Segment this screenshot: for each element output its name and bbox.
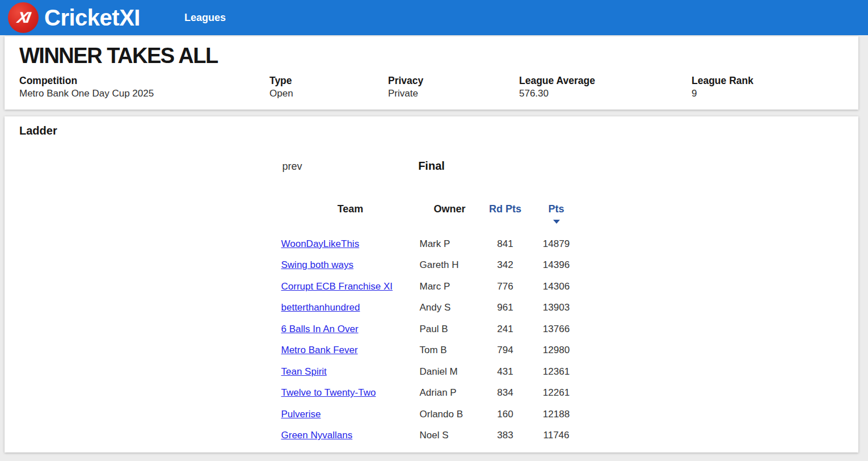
total-points-cell: 14879 [531, 233, 582, 255]
column-header-team: Team [281, 203, 420, 233]
team-link[interactable]: Green Nyvallans [281, 430, 353, 441]
top-navigation-bar: XI CricketXI Leagues [0, 0, 868, 35]
info-value: 9 [692, 87, 844, 99]
round-points-cell: 841 [480, 233, 531, 255]
column-header-points-label: Pts [531, 203, 582, 215]
total-points-cell: 11746 [531, 425, 582, 447]
round-points-cell: 241 [480, 318, 531, 340]
team-link[interactable]: betterthanhundred [281, 302, 360, 313]
total-points-cell: 12261 [531, 383, 582, 404]
info-value: Metro Bank One Day Cup 2025 [19, 87, 269, 99]
info-label: League Rank [692, 75, 844, 87]
info-value: Open [269, 87, 388, 99]
owner-cell: Mark P [420, 233, 480, 255]
info-label: League Average [519, 75, 692, 87]
total-points-cell: 14396 [531, 255, 582, 276]
info-label: Privacy [388, 75, 519, 87]
table-row: betterthanhundred Andy S 961 13903 [281, 297, 582, 319]
table-row: 6 Balls In An Over Paul B 241 13766 [281, 318, 582, 340]
table-row: Corrupt ECB Franchise XI Marc P 776 1430… [281, 276, 582, 297]
total-points-cell: 14306 [531, 276, 582, 297]
table-row: Swing both ways Gareth H 342 14396 [281, 255, 582, 276]
column-header-round-points[interactable]: Rd Pts [480, 203, 531, 233]
info-competition: Competition Metro Bank One Day Cup 2025 [19, 75, 269, 99]
round-points-cell: 342 [480, 255, 531, 276]
round-points-cell: 834 [480, 383, 531, 404]
total-points-cell: 12361 [531, 361, 582, 383]
owner-cell: Orlando B [420, 404, 480, 425]
total-points-cell: 13766 [531, 318, 582, 340]
ladder-heading: Ladder [19, 123, 844, 138]
ladder-table-body: WoonDayLikeThis Mark P 841 14879 Swing b… [281, 233, 582, 446]
league-title: WINNER TAKES ALL [19, 42, 844, 69]
round-points-cell: 794 [480, 340, 531, 362]
round-points-cell: 160 [480, 404, 531, 425]
brand-title[interactable]: CricketXI [44, 0, 140, 35]
league-info-row: Competition Metro Bank One Day Cup 2025 … [19, 75, 844, 99]
team-link[interactable]: Twelve to Twenty-Two [281, 387, 376, 398]
current-round-label: Final [281, 160, 582, 173]
team-link[interactable]: Tean Spirit [281, 366, 327, 377]
round-points-cell: 961 [480, 297, 531, 319]
logo-xi-text: XI [16, 9, 31, 27]
info-type: Type Open [269, 75, 388, 99]
owner-cell: Paul B [420, 318, 480, 340]
round-navigation: prev Final [281, 160, 582, 173]
table-row: Twelve to Twenty-Two Adrian P 834 12261 [281, 383, 582, 404]
owner-cell: Marc P [420, 276, 480, 297]
owner-cell: Gareth H [420, 255, 480, 276]
league-summary-card: WINNER TAKES ALL Competition Metro Bank … [5, 36, 858, 110]
info-label: Type [269, 75, 388, 87]
info-value: Private [388, 87, 519, 99]
owner-cell: Tom B [420, 340, 480, 362]
cricketxi-logo-icon[interactable]: XI [8, 2, 39, 33]
table-row: Metro Bank Fever Tom B 794 12980 [281, 340, 582, 362]
info-value: 576.30 [519, 87, 692, 99]
round-points-cell: 383 [480, 425, 531, 447]
total-points-cell: 13903 [531, 297, 582, 319]
info-label: Competition [19, 75, 269, 87]
ladder-card: Ladder prev Final Team Owner Rd Pts Pts … [5, 116, 858, 452]
team-link[interactable]: Swing both ways [281, 259, 354, 270]
round-points-cell: 431 [480, 361, 531, 383]
team-link[interactable]: Metro Bank Fever [281, 345, 358, 355]
nav-item-leagues[interactable]: Leagues [184, 12, 226, 24]
owner-cell: Adrian P [420, 383, 480, 404]
owner-cell: Daniel M [420, 361, 480, 383]
table-row: Tean Spirit Daniel M 431 12361 [281, 361, 582, 383]
table-row: Green Nyvallans Noel S 383 11746 [281, 425, 582, 447]
team-link[interactable]: Pulverise [281, 409, 321, 420]
total-points-cell: 12188 [531, 404, 582, 425]
team-link[interactable]: Corrupt ECB Franchise XI [281, 281, 393, 292]
info-league-average: League Average 576.30 [519, 75, 692, 99]
table-header-row: Team Owner Rd Pts Pts [281, 203, 582, 233]
owner-cell: Andy S [420, 297, 480, 319]
owner-cell: Noel S [420, 425, 480, 447]
column-header-points[interactable]: Pts [531, 203, 582, 233]
previous-round-button[interactable]: prev [283, 161, 302, 173]
total-points-cell: 12980 [531, 340, 582, 362]
table-row: Pulverise Orlando B 160 12188 [281, 404, 582, 425]
round-points-cell: 776 [480, 276, 531, 297]
column-header-owner: Owner [420, 203, 480, 233]
table-row: WoonDayLikeThis Mark P 841 14879 [281, 233, 582, 255]
info-league-rank: League Rank 9 [692, 75, 844, 99]
sort-descending-icon [553, 220, 560, 224]
team-link[interactable]: WoonDayLikeThis [281, 238, 360, 249]
info-privacy: Privacy Private [388, 75, 519, 99]
ladder-table: Team Owner Rd Pts Pts WoonDayLikeThis Ma… [281, 203, 582, 446]
team-link[interactable]: 6 Balls In An Over [281, 324, 359, 334]
